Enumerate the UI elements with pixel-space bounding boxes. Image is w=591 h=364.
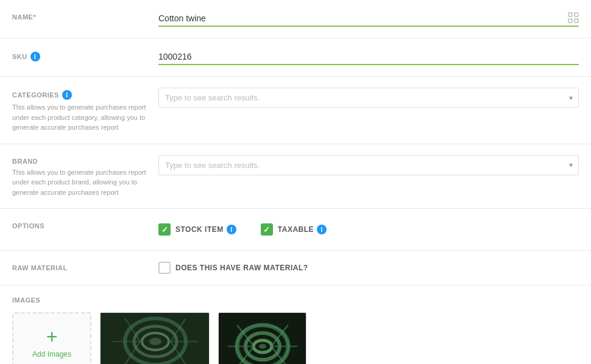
name-section: NAME* xyxy=(0,0,591,38)
name-label-col: NAME* xyxy=(12,11,158,21)
raw-material-checkbox[interactable] xyxy=(158,262,171,274)
categories-info-icon[interactable]: i xyxy=(62,90,72,100)
raw-material-checkbox-label[interactable]: DOES THIS HAVE RAW MATERIAL? xyxy=(158,262,579,274)
options-label: OPTIONS xyxy=(12,222,146,229)
sku-content-col xyxy=(158,49,579,65)
thumbnail-col-1 xyxy=(100,312,210,364)
options-label-col: OPTIONS xyxy=(12,220,158,229)
raw-material-content-col: DOES THIS HAVE RAW MATERIAL? xyxy=(158,262,579,274)
brand-section: BRAND This allows you to generate purcha… xyxy=(0,144,591,209)
taxable-checkbox[interactable] xyxy=(261,223,273,236)
grid-icon xyxy=(568,12,579,26)
raw-material-section: RAW MATERIAL DOES THIS HAVE RAW MATERIAL… xyxy=(0,251,591,285)
svg-point-19 xyxy=(259,344,266,349)
brand-content-col: Type to see search results. ▾ xyxy=(158,155,579,175)
stock-item-checkbox-item: STOCK ITEM i xyxy=(158,223,236,236)
brand-label-col: BRAND This allows you to generate purcha… xyxy=(12,155,158,198)
taxable-label: TAXABLE i xyxy=(278,225,327,234)
name-input[interactable] xyxy=(158,11,579,27)
sku-info-icon[interactable]: i xyxy=(30,52,40,61)
categories-label-col: CATEGORIES i This allows you to generate… xyxy=(12,88,158,133)
svg-point-8 xyxy=(149,338,161,345)
options-row: STOCK ITEM i TAXABLE i xyxy=(158,220,579,239)
sku-section: SKU i xyxy=(0,38,591,77)
thumbnail-col-2 xyxy=(218,312,306,364)
name-label: NAME* xyxy=(12,13,146,21)
raw-material-checkbox-text: DOES THIS HAVE RAW MATERIAL? xyxy=(175,264,308,272)
name-content-col xyxy=(158,11,579,27)
svg-rect-15 xyxy=(219,313,306,364)
sku-label: SKU i xyxy=(12,52,146,61)
image-thumb-1[interactable] xyxy=(100,312,210,364)
add-images-button[interactable]: + Add Images xyxy=(12,312,91,364)
svg-rect-2 xyxy=(568,19,572,23)
categories-label: CATEGORIES i xyxy=(12,90,146,100)
brand-label: BRAND xyxy=(12,158,146,165)
raw-material-label-col: RAW MATERIAL xyxy=(12,262,158,271)
add-images-label: Add Images xyxy=(32,350,71,359)
image-thumb-2[interactable] xyxy=(218,312,306,364)
svg-rect-3 xyxy=(575,19,578,23)
categories-section: CATEGORIES i This allows you to generate… xyxy=(0,77,591,144)
raw-material-label: RAW MATERIAL xyxy=(12,264,146,271)
images-section: IMAGES + Add Images xyxy=(0,285,591,364)
images-grid: + Add Images xyxy=(12,312,579,364)
stock-item-info-icon[interactable]: i xyxy=(227,225,236,234)
plus-icon: + xyxy=(46,327,58,346)
stock-item-checkbox[interactable] xyxy=(158,223,171,236)
options-section: OPTIONS STOCK ITEM i TAXABLE i xyxy=(0,209,591,251)
product-form-page: NAME* SKU i xyxy=(0,0,591,364)
taxable-info-icon[interactable]: i xyxy=(317,225,327,234)
name-input-wrapper xyxy=(158,11,579,27)
images-label: IMAGES xyxy=(12,296,579,304)
categories-content-col: Type to see search results. ▾ xyxy=(158,88,579,108)
options-content-col: STOCK ITEM i TAXABLE i xyxy=(158,220,579,239)
sku-input[interactable] xyxy=(158,49,579,65)
brand-select[interactable]: Type to see search results. xyxy=(158,155,579,175)
svg-rect-1 xyxy=(575,13,578,16)
svg-rect-0 xyxy=(568,13,572,16)
categories-select[interactable]: Type to see search results. xyxy=(158,88,579,108)
categories-select-wrapper: Type to see search results. ▾ xyxy=(158,88,579,108)
sku-input-wrapper xyxy=(158,49,579,65)
brand-select-wrapper: Type to see search results. ▾ xyxy=(158,155,579,175)
taxable-checkbox-item: TAXABLE i xyxy=(261,223,327,236)
brand-desc: This allows you to generate purchases re… xyxy=(12,167,146,198)
sku-label-col: SKU i xyxy=(12,49,158,61)
categories-desc: This allows you to generate purchases re… xyxy=(12,102,146,133)
stock-item-label: STOCK ITEM i xyxy=(175,225,236,234)
